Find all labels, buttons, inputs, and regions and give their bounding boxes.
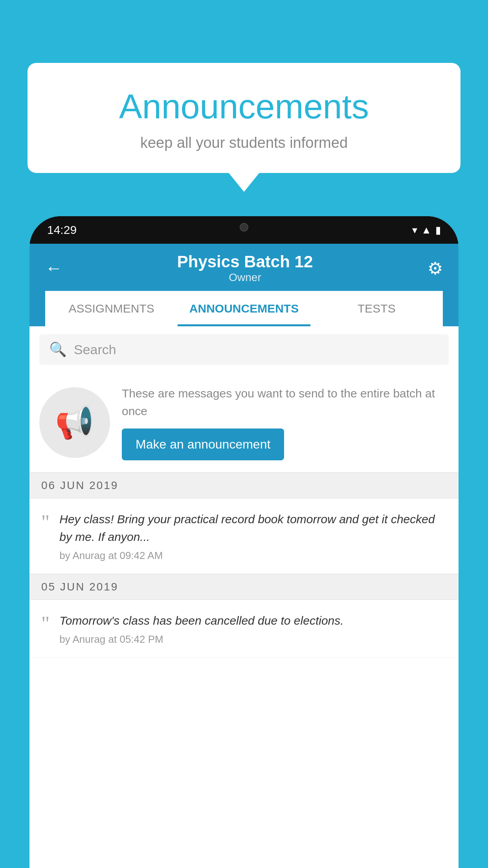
quote-icon-1: " [41, 512, 50, 533]
promo-icon-circle: 📢 [39, 387, 110, 458]
search-container: 🔍 Search [29, 326, 459, 373]
speech-bubble-section: Announcements keep all your students inf… [28, 63, 460, 173]
tab-bar: ASSIGNMENTS ANNOUNCEMENTS TESTS [45, 291, 443, 326]
batch-role: Owner [62, 271, 427, 284]
back-button[interactable]: ← [45, 258, 62, 278]
app-content: ← Physics Batch 12 Owner ⚙ ASSIGNMENTS A… [29, 244, 459, 868]
status-time: 14:29 [47, 223, 77, 237]
status-icons: ▾ ▲ ▮ [412, 224, 441, 236]
announcement-item-1[interactable]: " Hey class! Bring your practical record… [29, 498, 459, 574]
search-bar[interactable]: 🔍 Search [39, 334, 449, 365]
signal-icon: ▲ [421, 224, 431, 236]
header-top-row: ← Physics Batch 12 Owner ⚙ [45, 252, 443, 291]
announcement-meta-2: by Anurag at 05:42 PM [59, 633, 447, 645]
quote-icon-2: " [41, 614, 50, 634]
wifi-icon: ▾ [412, 224, 417, 236]
search-placeholder-text: Search [74, 342, 116, 357]
search-icon: 🔍 [49, 341, 67, 358]
date-divider-june6: 06 JUN 2019 [29, 473, 459, 498]
date-divider-june5: 05 JUN 2019 [29, 574, 459, 600]
announcement-content-1: Hey class! Bring your practical record b… [59, 510, 447, 562]
megaphone-icon: 📢 [55, 404, 94, 441]
batch-title: Physics Batch 12 [62, 252, 427, 271]
promo-description: These are messages you want to send to t… [122, 384, 449, 420]
announcements-heading: Announcements [43, 86, 445, 127]
speech-bubble-card: Announcements keep all your students inf… [28, 63, 460, 173]
settings-icon[interactable]: ⚙ [427, 258, 443, 278]
announcement-text-1: Hey class! Bring your practical record b… [59, 510, 447, 546]
phone-notch [213, 216, 275, 238]
announcement-content-2: Tomorrow's class has been cancelled due … [59, 612, 447, 645]
announcement-item-2[interactable]: " Tomorrow's class has been cancelled du… [29, 600, 459, 658]
tab-assignments[interactable]: ASSIGNMENTS [45, 291, 178, 326]
promo-content: These are messages you want to send to t… [122, 384, 449, 460]
camera-dot [240, 223, 248, 232]
status-bar: 14:29 ▾ ▲ ▮ [29, 216, 459, 244]
tab-announcements[interactable]: ANNOUNCEMENTS [178, 291, 310, 326]
phone-frame: 14:29 ▾ ▲ ▮ ← Physics Batch 12 Owner ⚙ [29, 216, 459, 868]
tab-tests[interactable]: TESTS [310, 291, 443, 326]
promo-section: 📢 These are messages you want to send to… [29, 373, 459, 473]
battery-icon: ▮ [435, 224, 441, 236]
app-header: ← Physics Batch 12 Owner ⚙ ASSIGNMENTS A… [29, 244, 459, 326]
header-title-group: Physics Batch 12 Owner [62, 252, 427, 284]
make-announcement-button[interactable]: Make an announcement [122, 428, 284, 460]
announcements-tagline: keep all your students informed [43, 134, 445, 151]
announcement-meta-1: by Anurag at 09:42 AM [59, 550, 447, 562]
announcement-text-2: Tomorrow's class has been cancelled due … [59, 612, 447, 629]
